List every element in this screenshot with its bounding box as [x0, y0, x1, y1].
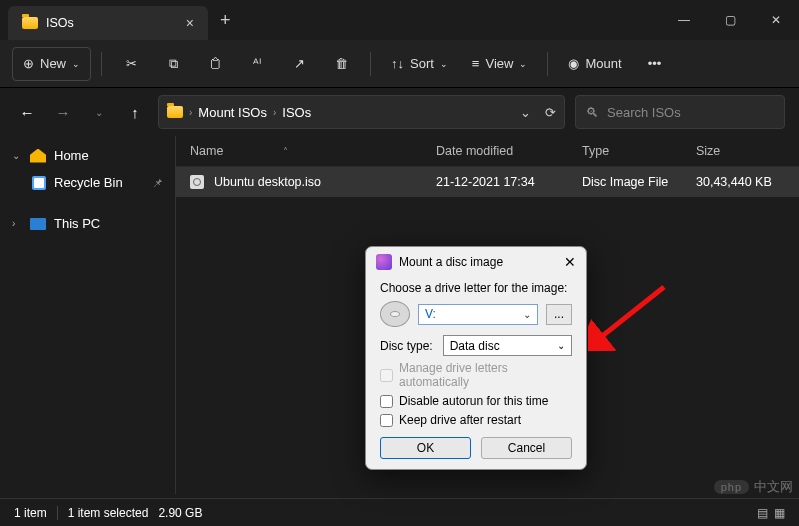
disc-icon — [380, 301, 410, 327]
share-icon: ↗ — [294, 56, 305, 71]
crumb-item[interactable]: Mount ISOs — [198, 105, 267, 120]
watermark-logo: php — [714, 480, 749, 494]
delete-button[interactable]: 🗑︎ — [322, 47, 360, 81]
separator — [57, 506, 58, 520]
sidebar-item-recycle[interactable]: Recycle Bin 📌︎ — [0, 169, 175, 196]
cancel-button[interactable]: Cancel — [481, 437, 572, 459]
disc-type-value: Data disc — [450, 339, 500, 353]
crumb-item[interactable]: ISOs — [282, 105, 311, 120]
chevron-down-icon: ⌄ — [440, 59, 448, 69]
chevron-down-icon: ⌄ — [72, 59, 80, 69]
pc-icon — [30, 218, 46, 230]
iso-file-icon — [190, 175, 204, 189]
rename-icon: ᴬᴵ — [253, 56, 261, 71]
checkbox[interactable] — [380, 395, 393, 408]
sidebar-item-home[interactable]: ⌄ Home — [0, 142, 175, 169]
copy-icon: ⧉ — [169, 56, 178, 72]
up-button[interactable]: ↑ — [122, 104, 148, 121]
search-box[interactable]: 🔍︎ Search ISOs — [575, 95, 785, 129]
cut-button[interactable]: ✂ — [112, 47, 150, 81]
file-type: Disc Image File — [582, 175, 696, 189]
sidebar-label: Recycle Bin — [54, 175, 123, 190]
tab-title: ISOs — [46, 16, 74, 30]
col-size[interactable]: Size — [696, 144, 785, 158]
sidebar-item-thispc[interactable]: › This PC — [0, 210, 175, 237]
ok-button[interactable]: OK — [380, 437, 471, 459]
new-button[interactable]: ⊕ New ⌄ — [12, 47, 91, 81]
separator — [547, 52, 548, 76]
file-name: Ubuntu desktop.iso — [214, 175, 321, 189]
recent-dropdown[interactable]: ⌄ — [86, 107, 112, 118]
new-tab-button[interactable]: + — [220, 10, 231, 31]
chevron-down-icon: ⌄ — [523, 309, 531, 320]
pin-icon: 📌︎ — [152, 177, 163, 189]
forward-button[interactable]: → — [50, 104, 76, 121]
drive-value: V: — [425, 307, 436, 321]
window-controls: — ▢ ✕ — [661, 0, 799, 40]
app-icon — [376, 254, 392, 270]
share-button[interactable]: ↗ — [280, 47, 318, 81]
plus-icon: ⊕ — [23, 56, 34, 71]
thumbnails-view-button[interactable]: ▦ — [774, 506, 785, 520]
more-button[interactable]: ••• — [636, 47, 674, 81]
folder-icon — [22, 17, 38, 29]
chevron-down-icon: ⌄ — [557, 340, 565, 351]
scissors-icon: ✂ — [126, 56, 137, 71]
separator — [101, 52, 102, 76]
search-icon: 🔍︎ — [586, 105, 599, 120]
mount-dialog: Mount a disc image ✕ Choose a drive lett… — [365, 246, 587, 470]
status-selected: 1 item selected — [68, 506, 149, 520]
disc-type-select[interactable]: Data disc ⌄ — [443, 335, 572, 356]
watermark-text: 中文网 — [754, 478, 793, 496]
back-button[interactable]: ← — [14, 104, 40, 121]
status-size: 2.90 GB — [158, 506, 202, 520]
sort-indicator-icon: ˄ — [283, 146, 288, 157]
col-date[interactable]: Date modified — [436, 144, 582, 158]
watermark: php 中文网 — [714, 478, 793, 496]
chk-keep-drive[interactable]: Keep drive after restart — [380, 413, 572, 427]
minimize-button[interactable]: — — [661, 0, 707, 40]
file-date: 21-12-2021 17:34 — [436, 175, 582, 189]
disc-icon: ◉ — [568, 56, 579, 71]
close-icon[interactable]: ✕ — [564, 254, 576, 270]
window-tab[interactable]: ISOs × — [8, 6, 208, 40]
status-bar: 1 item 1 item selected 2.90 GB ▤ ▦ — [0, 498, 799, 526]
separator — [370, 52, 371, 76]
recycle-bin-icon — [32, 176, 46, 190]
browse-button[interactable]: ... — [546, 304, 572, 325]
view-button[interactable]: ≡ View ⌄ — [462, 47, 538, 81]
status-count: 1 item — [14, 506, 47, 520]
copy-button[interactable]: ⧉ — [154, 47, 192, 81]
close-tab-icon[interactable]: × — [186, 15, 194, 31]
refresh-button[interactable]: ⟳ — [545, 105, 556, 120]
sort-label: Sort — [410, 56, 434, 71]
breadcrumb-dropdown[interactable]: ⌄ — [520, 105, 531, 120]
sort-button[interactable]: ↑↓ Sort ⌄ — [381, 47, 458, 81]
toolbar: ⊕ New ⌄ ✂ ⧉ 📋︎ ᴬᴵ ↗ 🗑︎ ↑↓ Sort ⌄ ≡ View … — [0, 40, 799, 88]
dialog-title: Mount a disc image — [399, 255, 503, 269]
view-icon: ≡ — [472, 56, 480, 71]
drive-letter-select[interactable]: V: ⌄ — [418, 304, 538, 325]
file-row[interactable]: Ubuntu desktop.iso 21-12-2021 17:34 Disc… — [176, 167, 799, 197]
mount-label: Mount — [585, 56, 621, 71]
col-type[interactable]: Type — [582, 144, 696, 158]
col-name[interactable]: Name˄ — [190, 144, 436, 158]
chk-manage-letters: Manage drive letters automatically — [380, 361, 572, 389]
maximize-button[interactable]: ▢ — [707, 0, 753, 40]
close-button[interactable]: ✕ — [753, 0, 799, 40]
titlebar: ISOs × + — ▢ ✕ — [0, 0, 799, 40]
breadcrumb[interactable]: › Mount ISOs › ISOs ⌄ ⟳ — [158, 95, 565, 129]
nav-row: ← → ⌄ ↑ › Mount ISOs › ISOs ⌄ ⟳ 🔍︎ Searc… — [0, 88, 799, 136]
chevron-down-icon: ⌄ — [519, 59, 527, 69]
sidebar: ⌄ Home Recycle Bin 📌︎ › This PC — [0, 136, 176, 494]
sidebar-label: This PC — [54, 216, 100, 231]
paste-button[interactable]: 📋︎ — [196, 47, 234, 81]
new-label: New — [40, 56, 66, 71]
details-view-button[interactable]: ▤ — [757, 506, 768, 520]
file-size: 30,43,440 KB — [696, 175, 785, 189]
chk-disable-autorun[interactable]: Disable autorun for this time — [380, 394, 572, 408]
rename-button[interactable]: ᴬᴵ — [238, 47, 276, 81]
choose-label: Choose a drive letter for the image: — [380, 281, 572, 295]
mount-button[interactable]: ◉ Mount — [558, 47, 631, 81]
checkbox[interactable] — [380, 414, 393, 427]
